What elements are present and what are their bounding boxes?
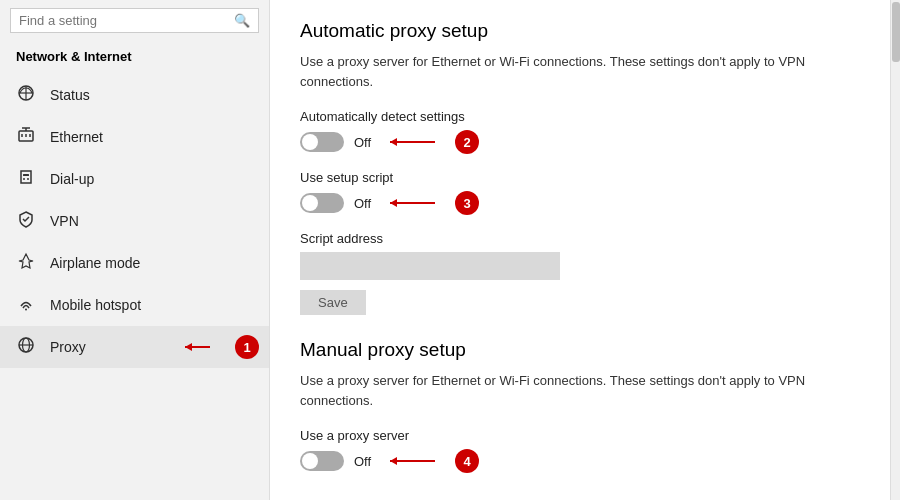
sidebar-title: Network & Internet <box>0 43 269 74</box>
svg-marker-19 <box>390 138 397 146</box>
sidebar-item-label-vpn: VPN <box>50 213 79 229</box>
manual-proxy-title: Manual proxy setup <box>300 339 860 361</box>
svg-marker-21 <box>390 199 397 207</box>
search-input[interactable] <box>19 13 234 28</box>
sidebar: 🔍 Network & Internet Status Ethernet <box>0 0 270 500</box>
auto-proxy-desc: Use a proxy server for Ethernet or Wi-Fi… <box>300 52 860 91</box>
sidebar-item-dialup[interactable]: Dial-up <box>0 158 269 200</box>
badge-1: 1 <box>235 335 259 359</box>
use-proxy-state: Off <box>354 454 371 469</box>
annotation-arrow-4 <box>385 451 455 471</box>
manual-proxy-desc: Use a proxy server for Ethernet or Wi-Fi… <box>300 371 860 410</box>
sidebar-item-ethernet[interactable]: Ethernet <box>0 116 269 158</box>
annotation-arrow-2 <box>385 132 455 152</box>
setup-script-toggle[interactable] <box>300 193 344 213</box>
status-icon <box>16 84 36 106</box>
scrollbar-thumb[interactable] <box>892 2 900 62</box>
setup-script-row: Off 3 <box>300 191 860 215</box>
auto-proxy-title: Automatic proxy setup <box>300 20 860 42</box>
annotation-arrow-3 <box>385 193 455 213</box>
scrollbar-track[interactable] <box>890 0 900 500</box>
save-button[interactable]: Save <box>300 290 366 315</box>
sidebar-item-label-proxy: Proxy <box>50 339 86 355</box>
sidebar-item-label-hotspot: Mobile hotspot <box>50 297 141 313</box>
auto-detect-toggle[interactable] <box>300 132 344 152</box>
ethernet-icon <box>16 126 36 148</box>
use-proxy-toggle[interactable] <box>300 451 344 471</box>
badge-2: 2 <box>455 130 479 154</box>
auto-detect-row: Off 2 <box>300 130 860 154</box>
auto-detect-label: Automatically detect settings <box>300 109 860 124</box>
use-proxy-row: Off 4 <box>300 449 860 473</box>
proxy-icon <box>16 336 36 358</box>
sidebar-item-status[interactable]: Status <box>0 74 269 116</box>
sidebar-item-label-dialup: Dial-up <box>50 171 94 187</box>
badge-3: 3 <box>455 191 479 215</box>
svg-rect-9 <box>23 174 29 176</box>
sidebar-item-hotspot[interactable]: Mobile hotspot <box>0 284 269 326</box>
script-address-label: Script address <box>300 231 860 246</box>
sidebar-item-proxy[interactable]: Proxy 1 <box>0 326 269 368</box>
auto-detect-state: Off <box>354 135 371 150</box>
sidebar-item-label-ethernet: Ethernet <box>50 129 103 145</box>
script-address-input[interactable] <box>300 252 560 280</box>
svg-marker-17 <box>185 343 192 351</box>
main-content: Automatic proxy setup Use a proxy server… <box>270 0 890 500</box>
svg-marker-23 <box>390 457 397 465</box>
sidebar-item-label-status: Status <box>50 87 90 103</box>
sidebar-item-label-airplane: Airplane mode <box>50 255 140 271</box>
sidebar-item-vpn[interactable]: VPN <box>0 200 269 242</box>
svg-point-11 <box>27 178 29 180</box>
airplane-icon <box>16 252 36 274</box>
annotation-arrow-1 <box>180 337 235 357</box>
setup-script-label: Use setup script <box>300 170 860 185</box>
hotspot-icon <box>16 294 36 316</box>
badge-4: 4 <box>455 449 479 473</box>
sidebar-item-airplane[interactable]: Airplane mode <box>0 242 269 284</box>
setup-script-state: Off <box>354 196 371 211</box>
search-icon: 🔍 <box>234 13 250 28</box>
vpn-icon <box>16 210 36 232</box>
svg-point-12 <box>25 309 27 311</box>
use-proxy-label: Use a proxy server <box>300 428 860 443</box>
search-box[interactable]: 🔍 <box>10 8 259 33</box>
dialup-icon <box>16 168 36 190</box>
svg-point-10 <box>23 178 25 180</box>
